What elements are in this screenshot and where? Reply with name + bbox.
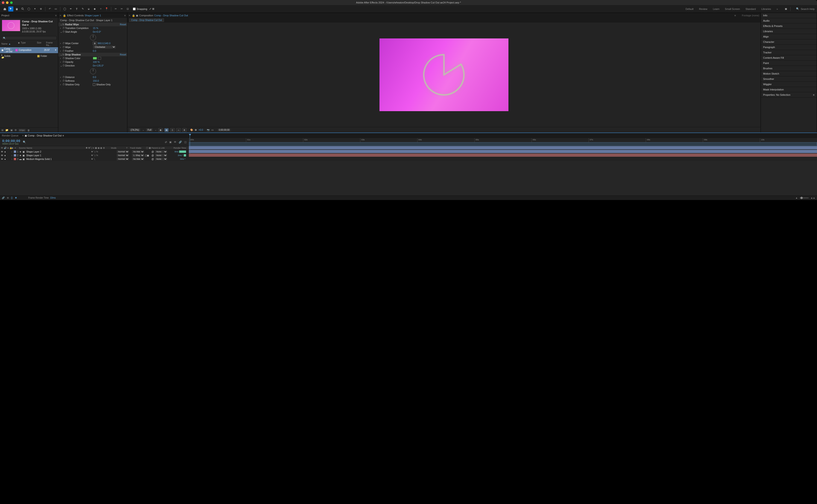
edit-tool3[interactable]: ⊡ (125, 6, 130, 12)
prop-value[interactable]: 0x+0.0° (93, 30, 101, 33)
transparency-grid-icon[interactable]: ▦ (158, 128, 163, 132)
visibility-toggle[interactable]: 👁 (1, 158, 4, 160)
reset-link[interactable]: Reset (120, 23, 126, 26)
blend-mode-select[interactable]: Normal (116, 157, 129, 161)
stopwatch-icon[interactable]: ⏱ (62, 64, 65, 67)
comp-subtab[interactable]: Comp - Drop Shadow Cut Out (129, 18, 164, 22)
region-icon[interactable]: ⊡ (170, 128, 174, 132)
workspace-libraries[interactable]: Libraries (761, 8, 771, 10)
ruler-tick[interactable]: 01s (246, 138, 303, 142)
toggle-switch-icon[interactable]: 🔗 (2, 197, 5, 199)
ruler-tick[interactable]: 04s (417, 138, 474, 142)
layer-name[interactable]: Shape Layer 1 (25, 154, 91, 157)
effect-name[interactable]: Radial Wipe (65, 23, 93, 26)
eyedropper-icon[interactable] (98, 57, 101, 60)
panel-effects-presets[interactable]: Effects & Presets (761, 23, 817, 29)
draft3d-icon[interactable]: ▣ (169, 141, 171, 144)
panel-motion-sketch[interactable]: Motion Sketch (761, 71, 817, 76)
zoom-in-icon[interactable]: ▲▲ (811, 197, 815, 199)
layer-name[interactable]: Shape Layer 2 (25, 151, 91, 153)
playhead[interactable] (189, 134, 191, 136)
adjust-icon[interactable]: ⚙ (15, 129, 17, 132)
zoom-tool[interactable] (20, 6, 25, 12)
workspace-review[interactable]: Review (699, 8, 707, 10)
timeline-comp-tab[interactable]: × ▣ Comp - Drop Shadow Cut Out ≡ (22, 134, 64, 137)
timeline-layer-row[interactable]: 👁● › 3 ▬ ▣ Medium Magenta Solid 1 ✱ ╲ No… (0, 157, 189, 161)
layer-duration-bar[interactable] (189, 154, 817, 157)
label-swatch[interactable] (14, 151, 16, 153)
puppet-tool[interactable]: 📍 (104, 6, 109, 12)
ruler-tick[interactable]: 03s (360, 138, 417, 142)
stopwatch-icon[interactable]: ⏱ (62, 83, 65, 86)
panel-character[interactable]: Character (761, 39, 817, 45)
panel-wiggler[interactable]: Wiggler (761, 82, 817, 87)
snapping-toggle[interactable]: Snapping ⤢ ⊞ (133, 7, 154, 10)
panel-mask-interpolation[interactable]: Mask Interpolation (761, 87, 817, 92)
timeline-zoom-slider[interactable] (800, 197, 809, 198)
parent-select[interactable]: None (155, 150, 167, 153)
new-folder-icon[interactable]: 📁 (5, 129, 9, 132)
panel-info[interactable]: Info (761, 13, 817, 18)
stopwatch-icon[interactable]: ⏱ (62, 76, 65, 78)
snap-opt-icon[interactable]: ⤢ (149, 7, 151, 10)
ellipse-tool[interactable]: ◯ (62, 6, 67, 12)
graph-icon[interactable]: ◫ (184, 141, 186, 144)
project-item-comp[interactable]: ▣ Comp - ...ut Out Composition 29.97 ⚘ (0, 47, 58, 53)
composition-viewer[interactable] (127, 23, 761, 127)
fx-toggle-icon[interactable]: fx (62, 23, 65, 26)
workspace-default[interactable]: Default (686, 8, 694, 10)
search-help[interactable]: 🔍 Search Help (796, 7, 815, 10)
prop-value[interactable]: 960.0,540.0 (98, 42, 110, 45)
prop-checkbox[interactable] (93, 83, 95, 86)
panel-menu-icon[interactable]: ≡ (124, 14, 126, 17)
visibility-toggle[interactable]: 👁 (1, 151, 4, 153)
stopwatch-icon[interactable]: ⏱ (62, 49, 65, 52)
render-queue-tab[interactable]: Render Queue (2, 134, 18, 137)
ruler-tick[interactable]: 06s (532, 138, 589, 142)
ruler-tick[interactable]: 08s (646, 138, 703, 142)
project-item-folder[interactable]: ▸ 📁 Solids Folder (0, 53, 58, 59)
matte-select[interactable]: No Matte (132, 157, 144, 161)
timeline-layer-row[interactable]: 👁● › 1 ★ ▣ Shape Layer 2 ✱ ╲ / fx Normal… (0, 150, 189, 154)
interpret-icon[interactable]: ⊞ (1, 129, 3, 132)
guide-icon[interactable]: ▭ (176, 128, 180, 132)
workspace-standard[interactable]: Standard (745, 8, 756, 10)
prop-value[interactable]: 15 % (93, 27, 98, 29)
prop-icon[interactable]: ✱ (15, 197, 17, 199)
effect-panel-tab[interactable]: Effect Controls (67, 14, 84, 17)
pan-behind-tool[interactable]: ⊕ (38, 6, 43, 12)
stopwatch-icon[interactable]: ⏱ (62, 79, 65, 82)
panel-paint[interactable]: Paint (761, 61, 817, 66)
parent-select[interactable]: None (155, 157, 167, 161)
ruler-tick[interactable]: 09s (703, 138, 760, 142)
prop-value[interactable]: 150.0 (93, 79, 99, 82)
blend-mode-select[interactable]: Normal (116, 150, 129, 153)
undo-button[interactable]: ↶ (47, 6, 52, 12)
matte-select[interactable]: No Matte (132, 150, 144, 153)
close-tab-icon[interactable]: × (129, 14, 130, 17)
angle-dial[interactable] (90, 68, 96, 74)
resolution-dropdown[interactable]: Full (146, 128, 153, 132)
ruler-tick[interactable]: :00s (189, 138, 246, 142)
fx-toggle-icon[interactable]: fx (62, 53, 65, 56)
prop-value[interactable]: 0x+135.0° (93, 64, 104, 67)
stopwatch-icon[interactable]: ⏱ (62, 30, 65, 33)
ruler-tick[interactable]: 07s (589, 138, 646, 142)
project-panel-tab[interactable]: Project (1, 14, 9, 17)
panel-smoother[interactable]: Smoother (761, 76, 817, 82)
effect-name[interactable]: Drop Shadow (65, 53, 93, 56)
work-area[interactable] (189, 142, 817, 146)
comp-link[interactable]: Comp - Drop Shadow Cut Out (154, 14, 188, 17)
zoom-dropdown[interactable]: (74.2%) (129, 128, 140, 132)
pickwhip-icon[interactable]: @ (151, 154, 154, 157)
stopwatch-icon[interactable]: ⏱ (62, 46, 65, 49)
pen-tool[interactable]: ✒ (68, 6, 73, 12)
parent-select[interactable]: None (155, 154, 167, 157)
brush-tool[interactable]: ✎ (80, 6, 85, 12)
panel-menu-icon[interactable]: ≡ (55, 14, 57, 17)
prop-value[interactable]: 0.0 (93, 76, 96, 78)
panel-tracker[interactable]: Tracker (761, 50, 817, 55)
pickwhip-icon[interactable]: @ (151, 151, 154, 153)
snapshot-icon[interactable]: 📷 (207, 129, 209, 131)
layer-duration-bar[interactable] (189, 150, 817, 153)
